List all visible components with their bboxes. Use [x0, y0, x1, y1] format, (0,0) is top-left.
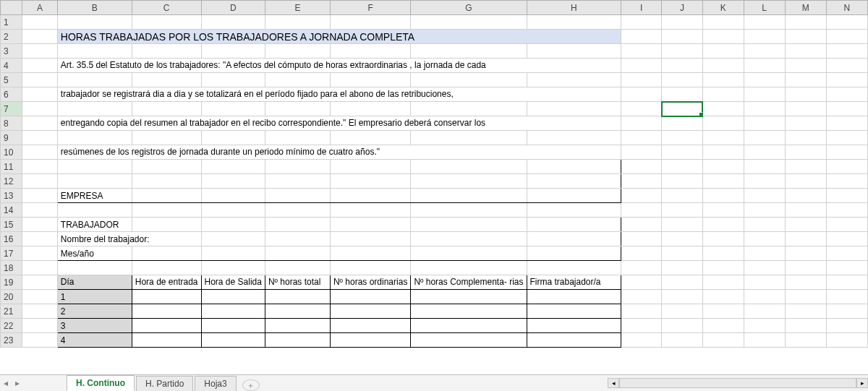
- trabajador-label: TRABAJADOR: [57, 218, 132, 232]
- data-cell[interactable]: [330, 290, 410, 304]
- data-cell[interactable]: [411, 333, 527, 348]
- row-hdr[interactable]: 5: [1, 73, 22, 87]
- data-cell[interactable]: [132, 333, 201, 348]
- sheet-tab[interactable]: Hoja3: [195, 376, 236, 391]
- empresa-label: EMPRESA: [57, 189, 132, 203]
- data-cell[interactable]: [132, 319, 201, 333]
- dia-cell: 2: [57, 304, 132, 319]
- row-hdr[interactable]: 22: [1, 319, 22, 333]
- row-hdr[interactable]: 8: [1, 116, 22, 131]
- add-sheet-icon[interactable]: ＋: [242, 379, 260, 391]
- nombre-label: Nombre del trabajador:: [57, 232, 201, 246]
- data-cell[interactable]: [411, 304, 527, 319]
- th-salida: Hora de Salida: [201, 275, 265, 290]
- row-hdr[interactable]: 21: [1, 304, 22, 319]
- col-hdr-F[interactable]: F: [330, 1, 410, 15]
- th-entrada: Hora de entrada: [132, 275, 201, 290]
- paragraph-line: entregando copia del resumen al trabajad…: [57, 116, 621, 131]
- data-cell[interactable]: [265, 319, 330, 333]
- data-cell[interactable]: [411, 319, 527, 333]
- col-hdr-D[interactable]: D: [201, 1, 265, 15]
- th-complementarias: Nº horas Complementa- rias: [411, 275, 527, 290]
- row-hdr[interactable]: 23: [1, 333, 22, 348]
- row-hdr[interactable]: 16: [1, 232, 22, 246]
- excel-window: A B C D E F G H I J K L M N 1 2 HOR: [0, 0, 868, 391]
- data-cell[interactable]: [201, 304, 265, 319]
- row-hdr[interactable]: 12: [1, 174, 22, 189]
- row-hdr[interactable]: 3: [1, 44, 22, 59]
- col-hdr-G[interactable]: G: [411, 1, 527, 15]
- worksheet-grid[interactable]: A B C D E F G H I J K L M N 1 2 HOR: [0, 0, 868, 374]
- th-ordinarias: Nº horas ordinarias: [330, 275, 410, 290]
- scroll-right-icon[interactable]: ▸: [856, 378, 868, 388]
- data-cell[interactable]: [330, 319, 410, 333]
- dia-cell: 4: [57, 333, 132, 348]
- th-dia: Día: [57, 275, 132, 290]
- data-cell[interactable]: [132, 304, 201, 319]
- row-hdr[interactable]: 4: [1, 59, 22, 73]
- selected-cell[interactable]: [662, 102, 703, 116]
- doc-title: HORAS TRABAJADAS POR LOS TRABAJADORES A …: [57, 30, 621, 44]
- data-cell[interactable]: [527, 319, 621, 333]
- data-cell[interactable]: [201, 333, 265, 348]
- col-hdr-J[interactable]: J: [662, 1, 703, 15]
- data-cell[interactable]: [265, 290, 330, 304]
- row-hdr[interactable]: 1: [1, 15, 22, 30]
- row-hdr[interactable]: 14: [1, 203, 22, 218]
- row-hdr[interactable]: 7: [1, 102, 22, 116]
- dia-cell: 1: [57, 290, 132, 304]
- dia-cell: 3: [57, 319, 132, 333]
- col-hdr-B[interactable]: B: [57, 1, 132, 15]
- row-hdr[interactable]: 10: [1, 145, 22, 160]
- data-cell[interactable]: [411, 290, 527, 304]
- data-cell[interactable]: [265, 333, 330, 348]
- col-hdr-H[interactable]: H: [527, 1, 621, 15]
- cells-table: A B C D E F G H I J K L M N 1 2 HOR: [0, 0, 868, 348]
- paragraph-line: trabajador se registrará dia a dia y se …: [57, 87, 621, 102]
- horizontal-scrollbar[interactable]: ◂ ▸: [608, 377, 868, 389]
- mesano-label: Mes/año: [57, 246, 132, 261]
- data-cell[interactable]: [527, 290, 621, 304]
- col-hdr-K[interactable]: K: [702, 1, 744, 15]
- sheet-tabs: H. Continuo H. Partido Hoja3 ＋: [67, 375, 260, 391]
- tab-nav-first-icon[interactable]: ◂: [0, 378, 12, 388]
- data-cell[interactable]: [527, 304, 621, 319]
- scroll-track[interactable]: [619, 378, 856, 388]
- col-hdr-C[interactable]: C: [132, 1, 201, 15]
- column-header-row: A B C D E F G H I J K L M N: [1, 1, 868, 15]
- row-hdr[interactable]: 2: [1, 30, 22, 44]
- scroll-left-icon[interactable]: ◂: [608, 378, 619, 388]
- paragraph-line: resúmenes de los registros de jornada du…: [57, 145, 621, 160]
- select-all-corner[interactable]: [1, 1, 22, 15]
- data-cell[interactable]: [330, 333, 410, 348]
- row-hdr[interactable]: 17: [1, 246, 22, 261]
- data-cell[interactable]: [201, 290, 265, 304]
- row-hdr[interactable]: 19: [1, 275, 22, 290]
- data-cell[interactable]: [330, 304, 410, 319]
- col-hdr-A[interactable]: A: [22, 1, 58, 15]
- sheet-tab-bar: ◂ ▸ H. Continuo H. Partido Hoja3 ＋ ◂ ▸: [0, 374, 868, 391]
- data-cell[interactable]: [132, 290, 201, 304]
- th-total: Nº horas total: [265, 275, 330, 290]
- col-hdr-N[interactable]: N: [826, 1, 867, 15]
- sheet-tab[interactable]: H. Partido: [136, 376, 193, 391]
- col-hdr-M[interactable]: M: [785, 1, 826, 15]
- data-cell[interactable]: [265, 304, 330, 319]
- data-cell[interactable]: [201, 319, 265, 333]
- paragraph-line: Art. 35.5 del Estatuto de los trabajador…: [57, 59, 621, 73]
- row-hdr[interactable]: 18: [1, 261, 22, 275]
- tab-nav-prev-icon[interactable]: ▸: [12, 378, 23, 388]
- col-hdr-E[interactable]: E: [265, 1, 330, 15]
- data-cell[interactable]: [527, 333, 621, 348]
- sheet-tab[interactable]: H. Continuo: [67, 375, 135, 391]
- row-hdr[interactable]: 20: [1, 290, 22, 304]
- th-firma: Firma trabajador/a: [527, 275, 621, 290]
- row-hdr[interactable]: 11: [1, 160, 22, 174]
- row-hdr[interactable]: 15: [1, 218, 22, 232]
- row-hdr[interactable]: 9: [1, 131, 22, 145]
- row-hdr[interactable]: 6: [1, 87, 22, 102]
- row-hdr[interactable]: 13: [1, 189, 22, 203]
- col-hdr-I[interactable]: I: [621, 1, 662, 15]
- col-hdr-L[interactable]: L: [744, 1, 785, 15]
